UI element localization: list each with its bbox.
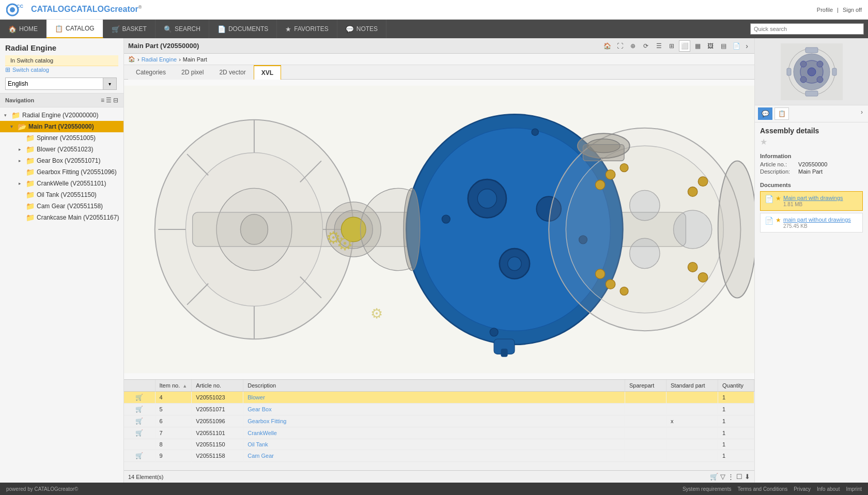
nav-home[interactable]: 🏠 HOME [0,20,47,38]
tab-2d-vector[interactable]: 2D vector [211,65,253,80]
doc-star[interactable]: ★ [776,195,781,202]
description-cell[interactable]: Oil Tank [243,439,625,450]
col-header-standardpart[interactable]: Standard part [667,380,718,392]
col-header-quantity[interactable]: Quantity [718,380,754,392]
language-dropdown-button[interactable]: ▾ [103,78,117,90]
doc-star[interactable]: ★ [776,216,781,224]
table-row[interactable]: 🛒 4 V20551023 Blower 1 [124,392,754,404]
language-dropdown[interactable]: English Deutsch Français [5,78,103,90]
table-scroll-container: Item no. ▲ Article no. Description Spare… [124,380,754,470]
tree-item-gearbox-fitting[interactable]: 📁 Gearbox Fitting (V20551096) [0,166,123,178]
tab-xvl[interactable]: XVL [254,65,281,80]
view-export-icon[interactable]: 📄 [731,40,742,52]
assembly-title: Assembly details [755,122,868,137]
info-about-link[interactable]: Info about [817,486,840,492]
cart-cell: 🛒 [124,392,155,404]
view-list-icon[interactable]: ☰ [653,40,664,52]
terms-link[interactable]: Terms and Conditions [737,486,787,492]
content-header: Main Part (V20550000) 🏠 ⛶ ⊕ ⟳ ☰ ⊞ ⬜ ▦ 🖼 … [124,38,754,54]
svg-rect-66 [787,68,791,75]
col-header-article[interactable]: Article no. [192,380,243,392]
description-cell[interactable]: Cam Gear [243,450,625,462]
tree-item-cam-gear[interactable]: 📁 Cam Gear (V20551158) [0,200,123,212]
quick-search-input[interactable] [750,23,864,35]
description-cell[interactable]: Gearbox Fitting [243,415,625,427]
tree-item-blower[interactable]: ▸ 📁 Blower (V20551023) [0,144,123,155]
tree-arrow [19,192,24,197]
3d-viewer[interactable]: ⚙ [124,80,754,379]
table-row[interactable]: 🛒 9 V20551158 Cam Gear 1 [124,450,754,462]
document-item-1[interactable]: 📄 ★ Main part with drawings 1.81 MB [760,191,863,211]
tree-label: CrankWelle (V20551101) [37,180,106,187]
standardpart-cell [667,427,718,439]
tree-item-radial-engine[interactable]: ▾ 📁 Radial Engine (V20000000) [0,110,123,121]
copy-icon[interactable]: ☐ [736,473,742,481]
cart-cell [124,439,155,450]
tree-item-crankwelle[interactable]: ▸ 📁 CrankWelle (V20551101) [0,178,123,189]
quantity-cell: 1 [718,450,754,462]
description-cell[interactable]: CrankWelle [243,427,625,439]
table-row[interactable]: 8 V20551150 Oil Tank 1 [124,439,754,450]
table-row[interactable]: 🛒 6 V20551096 Gearbox Fitting x 1 [124,415,754,427]
switch-catalog[interactable]: ⊞ Switch catalog [5,66,118,73]
svg-point-38 [606,170,615,180]
doc-size: 275.45 KB [783,223,858,229]
breadcrumb-home[interactable]: 🏠 [128,56,135,63]
tree-item-oil-tank[interactable]: 📁 Oil Tank (V20551150) [0,189,123,200]
view-parts-icon[interactable]: ▦ [692,40,703,52]
list-view-icon-2[interactable]: ☰ [106,97,112,104]
description-cell[interactable]: Gear Box [243,404,625,415]
tree-label: Crankcase Main (V20551167) [37,214,119,221]
nav-basket[interactable]: 🛒 BASKET [103,20,156,38]
svg-point-40 [595,269,605,279]
nav-documents[interactable]: 📄 DOCUMENTS [209,20,277,38]
tree-item-crankcase[interactable]: 📁 Crankcase Main (V20551167) [0,212,123,223]
table-row[interactable]: 🛒 5 V20551071 Gear Box 1 [124,404,754,415]
tree-item-main-part[interactable]: ▾ 📂 Main Part (V20550000) [0,121,123,132]
nav-catalog[interactable]: 📋 CATALOG [47,20,103,38]
table-row[interactable]: 🛒 7 V20551101 CrankWelle 1 [124,427,754,439]
nav-search[interactable]: 🔍 SEARCH [156,20,209,38]
profile-link[interactable]: Profile [817,7,833,13]
nav-notes[interactable]: 💬 NOTES [337,20,386,38]
col-header-sparepart[interactable]: Sparepart [625,380,667,392]
add-to-cart-icon[interactable]: 🛒 [710,473,718,481]
view-home-icon[interactable]: 🏠 [601,40,613,52]
more-icon[interactable]: ⋮ [727,473,734,481]
folder-icon: 📁 [26,145,35,153]
view-fit-icon[interactable]: ⊕ [627,40,639,52]
tree-item-spinner[interactable]: 📁 Spinner (V20551005) [0,132,123,144]
description-cell[interactable]: Blower [243,392,625,404]
tree-item-gearbox[interactable]: ▸ 📁 Gear Box (V20551071) [0,155,123,166]
view-image-icon[interactable]: 🖼 [705,40,716,52]
signoff-link[interactable]: Sign off [843,7,862,13]
privacy-link[interactable]: Privacy [794,486,811,492]
export-icon[interactable]: ⬇ [745,473,750,481]
col-header-description[interactable]: Description [243,380,625,392]
tab-categories[interactable]: Categories [128,65,174,80]
nav-favorites[interactable]: ★ FAVORITES [277,20,337,38]
list-view-icon-1[interactable]: ≡ [101,97,104,104]
view-fullscreen-icon[interactable]: ⛶ [614,40,626,52]
expand-button[interactable]: › [743,42,750,50]
view-rotate-icon[interactable]: ⟳ [640,40,652,52]
system-requirements-link[interactable]: System requirements [683,486,731,492]
parts-table-scroll[interactable]: Item no. ▲ Article no. Description Spare… [124,380,754,470]
tab-2d-pixel[interactable]: 2D pixel [174,65,211,80]
right-panel-expand[interactable]: › [859,107,865,120]
imprint-link[interactable]: Imprint [846,486,862,492]
favorite-star[interactable]: ★ [755,137,868,150]
view-grid-icon[interactable]: ⊞ [666,40,677,52]
list-view-icon-3[interactable]: ⊟ [113,97,118,104]
right-tab-info[interactable]: 📋 [774,107,789,120]
document-item-2[interactable]: 📄 ★ main part without drawings 275.45 KB [760,213,863,233]
filter-icon[interactable]: ▽ [720,473,725,481]
col-header-itemno[interactable]: Item no. ▲ [155,380,192,392]
tree-arrow: ▾ [4,113,9,118]
engine-3d-view: ⚙ [124,80,754,379]
view-3d-icon[interactable]: ⬜ [679,40,690,52]
view-table-icon[interactable]: ▤ [718,40,729,52]
right-tab-chat[interactable]: 💬 [758,107,772,120]
content-title: Main Part (V20550000) [128,42,199,50]
breadcrumb-radial-engine[interactable]: Radial Engine [142,56,177,63]
